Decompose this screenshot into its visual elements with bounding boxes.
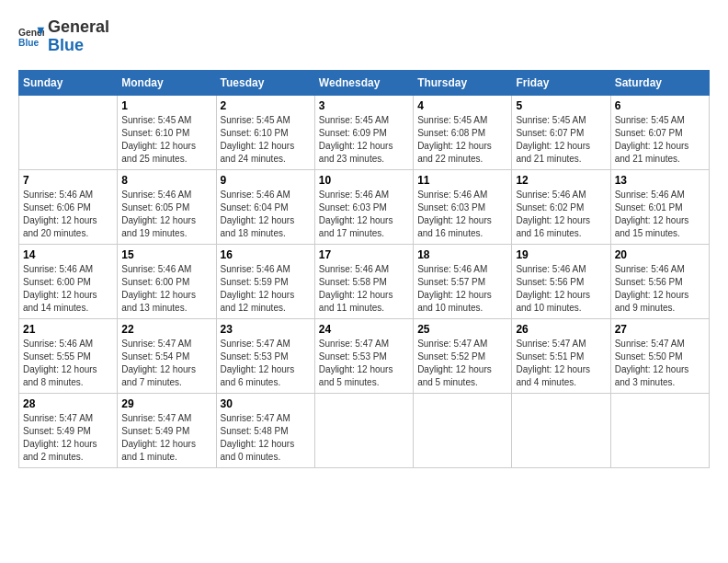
day-number: 19 (516, 248, 606, 261)
day-info: Sunrise: 5:46 AM Sunset: 6:02 PM Dayligh… (516, 189, 606, 240)
calendar-cell: 8Sunrise: 5:46 AM Sunset: 6:05 PM Daylig… (118, 169, 216, 244)
calendar-cell: 30Sunrise: 5:47 AM Sunset: 5:48 PM Dayli… (216, 393, 314, 467)
day-info: Sunrise: 5:47 AM Sunset: 5:51 PM Dayligh… (516, 338, 606, 389)
calendar-cell: 29Sunrise: 5:47 AM Sunset: 5:49 PM Dayli… (118, 393, 216, 467)
calendar-cell: 26Sunrise: 5:47 AM Sunset: 5:51 PM Dayli… (512, 318, 610, 393)
logo-icon: General Blue (18, 24, 44, 50)
calendar-body: 1Sunrise: 5:45 AM Sunset: 6:10 PM Daylig… (19, 95, 710, 467)
calendar-cell: 10Sunrise: 5:46 AM Sunset: 6:03 PM Dayli… (314, 169, 413, 244)
week-row: 28Sunrise: 5:47 AM Sunset: 5:49 PM Dayli… (19, 393, 710, 467)
weekday-header: Friday (512, 70, 610, 95)
day-info: Sunrise: 5:47 AM Sunset: 5:53 PM Dayligh… (319, 338, 409, 389)
calendar-cell: 16Sunrise: 5:46 AM Sunset: 5:59 PM Dayli… (216, 244, 314, 318)
day-number: 16 (221, 248, 311, 261)
day-info: Sunrise: 5:47 AM Sunset: 5:50 PM Dayligh… (615, 338, 705, 389)
day-info: Sunrise: 5:46 AM Sunset: 5:58 PM Dayligh… (319, 263, 409, 315)
calendar-cell: 3Sunrise: 5:45 AM Sunset: 6:09 PM Daylig… (314, 95, 413, 169)
day-number: 25 (417, 323, 507, 336)
day-number: 30 (221, 397, 311, 410)
logo-text: General Blue (48, 18, 109, 55)
calendar-cell: 2Sunrise: 5:45 AM Sunset: 6:10 PM Daylig… (216, 95, 314, 169)
day-number: 2 (221, 99, 311, 112)
calendar-cell (314, 393, 413, 467)
calendar-cell: 5Sunrise: 5:45 AM Sunset: 6:07 PM Daylig… (512, 95, 610, 169)
weekday-header: Wednesday (314, 70, 413, 95)
day-info: Sunrise: 5:45 AM Sunset: 6:07 PM Dayligh… (516, 114, 606, 166)
day-number: 3 (319, 99, 409, 112)
week-row: 7Sunrise: 5:46 AM Sunset: 6:06 PM Daylig… (19, 169, 710, 244)
day-info: Sunrise: 5:46 AM Sunset: 6:00 PM Dayligh… (121, 263, 211, 315)
day-number: 27 (615, 323, 705, 336)
calendar-cell: 1Sunrise: 5:45 AM Sunset: 6:10 PM Daylig… (118, 95, 216, 169)
calendar-cell: 23Sunrise: 5:47 AM Sunset: 5:53 PM Dayli… (216, 318, 314, 393)
day-info: Sunrise: 5:46 AM Sunset: 5:57 PM Dayligh… (417, 263, 507, 315)
calendar-cell: 12Sunrise: 5:46 AM Sunset: 6:02 PM Dayli… (512, 169, 610, 244)
day-info: Sunrise: 5:46 AM Sunset: 6:01 PM Dayligh… (615, 189, 705, 240)
day-number: 13 (615, 174, 705, 187)
day-number: 5 (516, 99, 606, 112)
calendar-cell (19, 95, 118, 169)
svg-text:Blue: Blue (18, 38, 40, 48)
day-number: 21 (23, 323, 113, 336)
weekday-header: Saturday (610, 70, 709, 95)
calendar-cell: 20Sunrise: 5:46 AM Sunset: 5:56 PM Dayli… (610, 244, 709, 318)
calendar-cell: 18Sunrise: 5:46 AM Sunset: 5:57 PM Dayli… (414, 244, 512, 318)
day-info: Sunrise: 5:47 AM Sunset: 5:48 PM Dayligh… (221, 412, 311, 464)
week-row: 14Sunrise: 5:46 AM Sunset: 6:00 PM Dayli… (19, 244, 710, 318)
day-info: Sunrise: 5:45 AM Sunset: 6:08 PM Dayligh… (417, 114, 507, 166)
calendar-cell: 21Sunrise: 5:46 AM Sunset: 5:55 PM Dayli… (19, 318, 118, 393)
calendar-cell: 6Sunrise: 5:45 AM Sunset: 6:07 PM Daylig… (610, 95, 709, 169)
day-number: 14 (23, 248, 113, 261)
day-info: Sunrise: 5:47 AM Sunset: 5:54 PM Dayligh… (121, 338, 211, 389)
day-info: Sunrise: 5:46 AM Sunset: 5:56 PM Dayligh… (516, 263, 606, 315)
day-info: Sunrise: 5:46 AM Sunset: 6:03 PM Dayligh… (319, 189, 409, 240)
calendar-cell: 25Sunrise: 5:47 AM Sunset: 5:52 PM Dayli… (414, 318, 512, 393)
day-number: 20 (615, 248, 705, 261)
calendar-cell: 4Sunrise: 5:45 AM Sunset: 6:08 PM Daylig… (414, 95, 512, 169)
day-info: Sunrise: 5:45 AM Sunset: 6:07 PM Dayligh… (615, 114, 705, 166)
day-number: 11 (417, 174, 507, 187)
day-number: 8 (121, 174, 211, 187)
day-number: 7 (23, 174, 113, 187)
day-info: Sunrise: 5:46 AM Sunset: 6:06 PM Dayligh… (23, 189, 113, 240)
calendar-cell: 28Sunrise: 5:47 AM Sunset: 5:49 PM Dayli… (19, 393, 118, 467)
day-number: 18 (417, 248, 507, 261)
weekday-header: Sunday (19, 70, 118, 95)
weekday-header: Tuesday (216, 70, 314, 95)
day-info: Sunrise: 5:46 AM Sunset: 5:59 PM Dayligh… (221, 263, 311, 315)
day-number: 1 (121, 99, 211, 112)
header: General Blue General Blue (18, 18, 710, 55)
day-info: Sunrise: 5:46 AM Sunset: 6:00 PM Dayligh… (23, 263, 113, 315)
weekday-header: Monday (118, 70, 216, 95)
day-number: 24 (319, 323, 409, 336)
day-info: Sunrise: 5:47 AM Sunset: 5:49 PM Dayligh… (121, 412, 211, 464)
calendar-cell: 13Sunrise: 5:46 AM Sunset: 6:01 PM Dayli… (610, 169, 709, 244)
weekday-header: Thursday (414, 70, 512, 95)
day-info: Sunrise: 5:45 AM Sunset: 6:10 PM Dayligh… (221, 114, 311, 166)
day-info: Sunrise: 5:46 AM Sunset: 6:05 PM Dayligh… (121, 189, 211, 240)
day-info: Sunrise: 5:47 AM Sunset: 5:53 PM Dayligh… (221, 338, 311, 389)
calendar-cell: 7Sunrise: 5:46 AM Sunset: 6:06 PM Daylig… (19, 169, 118, 244)
day-number: 4 (417, 99, 507, 112)
day-info: Sunrise: 5:46 AM Sunset: 5:56 PM Dayligh… (615, 263, 705, 315)
calendar-cell: 19Sunrise: 5:46 AM Sunset: 5:56 PM Dayli… (512, 244, 610, 318)
calendar-cell: 14Sunrise: 5:46 AM Sunset: 6:00 PM Dayli… (19, 244, 118, 318)
week-row: 1Sunrise: 5:45 AM Sunset: 6:10 PM Daylig… (19, 95, 710, 169)
day-number: 15 (121, 248, 211, 261)
day-info: Sunrise: 5:46 AM Sunset: 5:55 PM Dayligh… (23, 338, 113, 389)
logo: General Blue General Blue (18, 18, 109, 55)
calendar-cell: 22Sunrise: 5:47 AM Sunset: 5:54 PM Dayli… (118, 318, 216, 393)
day-number: 28 (23, 397, 113, 410)
day-number: 9 (221, 174, 311, 187)
day-info: Sunrise: 5:47 AM Sunset: 5:49 PM Dayligh… (23, 412, 113, 464)
day-number: 23 (221, 323, 311, 336)
calendar-cell: 17Sunrise: 5:46 AM Sunset: 5:58 PM Dayli… (314, 244, 413, 318)
calendar-cell (610, 393, 709, 467)
day-number: 17 (319, 248, 409, 261)
day-info: Sunrise: 5:47 AM Sunset: 5:52 PM Dayligh… (417, 338, 507, 389)
day-info: Sunrise: 5:45 AM Sunset: 6:10 PM Dayligh… (121, 114, 211, 166)
calendar-cell (512, 393, 610, 467)
day-number: 29 (121, 397, 211, 410)
weekday-header-row: SundayMondayTuesdayWednesdayThursdayFrid… (19, 70, 710, 95)
day-number: 12 (516, 174, 606, 187)
